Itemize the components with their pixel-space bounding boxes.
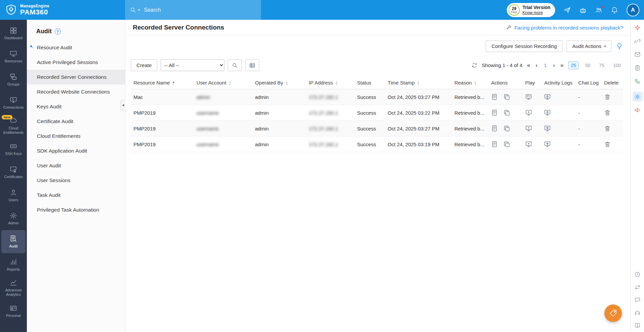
phone-icon[interactable]: [634, 78, 641, 85]
chat-icon[interactable]: [634, 297, 641, 303]
filter-dropdown[interactable]: -- All --: [161, 59, 224, 71]
session-shadow-play-icon[interactable]: [525, 94, 532, 100]
audit-actions-button[interactable]: Audit Actions: [567, 40, 611, 52]
notifications-bell-icon[interactable]: [611, 6, 618, 14]
page-size-25[interactable]: 25: [568, 61, 579, 69]
nav-item-advanced-analytics[interactable]: Advanced Analytics: [0, 276, 27, 299]
sidebar-item-cloud-entitlements[interactable]: Cloud Entitlements: [27, 129, 125, 144]
page-size-100[interactable]: 100: [611, 62, 623, 69]
play-session-icon[interactable]: [525, 109, 532, 116]
tasks-clipboard-icon[interactable]: [634, 65, 641, 71]
session-details-icon[interactable]: [491, 125, 498, 132]
table-row[interactable]: PMP2019 username admin 172.27.192.1 Succ…: [131, 105, 623, 121]
column-header-operated-by[interactable]: Operated By: [252, 76, 306, 89]
sort-icon[interactable]: [285, 81, 288, 86]
nav-item-resources[interactable]: Resources: [0, 45, 27, 68]
session-details-icon[interactable]: [491, 109, 498, 116]
settings-gear-icon[interactable]: [633, 92, 643, 102]
activity-logs-icon[interactable]: [544, 94, 551, 100]
avatar[interactable]: A: [627, 4, 639, 16]
lightbulb-icon[interactable]: [615, 42, 623, 50]
column-header-ip-address[interactable]: IP Address: [306, 76, 354, 89]
nav-item-cloud-entitlements[interactable]: New Cloud Entitlements: [0, 114, 27, 137]
sidebar-collapse-handle[interactable]: [120, 100, 125, 110]
current-page[interactable]: 1: [542, 62, 548, 68]
copy-session-icon[interactable]: [503, 109, 510, 116]
trial-know-more-link[interactable]: Know more: [523, 10, 550, 15]
play-session-icon[interactable]: [525, 141, 532, 148]
sidebar-item-keys-audit[interactable]: Keys Audit: [27, 99, 125, 114]
activity-logs-icon[interactable]: [544, 125, 551, 132]
help-book-icon[interactable]: [634, 322, 641, 329]
sort-icon[interactable]: [417, 81, 419, 86]
sidebar-item-active-privileged-sessions[interactable]: Active Privileged Sessions: [27, 55, 125, 70]
nav-item-connections[interactable]: Connections: [0, 91, 27, 114]
sidebar-item-sdk-application-audit[interactable]: SDK Application Audit: [27, 144, 125, 158]
copy-session-icon[interactable]: [503, 125, 510, 132]
nav-item-users[interactable]: Users: [0, 184, 27, 207]
nav-item-certificates[interactable]: Certificates: [0, 161, 27, 184]
column-header-user-account[interactable]: User Account: [194, 76, 252, 89]
delete-icon[interactable]: [604, 109, 611, 116]
nav-item-ssh-keys[interactable]: SSH SSH Keys: [0, 137, 27, 161]
copy-session-icon[interactable]: [503, 94, 510, 100]
brand-logo[interactable]: ManageEngine PAM360: [0, 4, 49, 16]
link-icon[interactable]: [634, 38, 641, 44]
help-icon[interactable]: [55, 29, 61, 35]
search-input[interactable]: [144, 7, 256, 13]
page-size-75[interactable]: 75: [597, 62, 607, 69]
column-header-time-stamp[interactable]: Time Stamp: [385, 76, 452, 89]
license-crown-icon[interactable]: [579, 6, 587, 14]
table-row[interactable]: PMP2019 username admin 172.27.192.1 Succ…: [131, 121, 623, 136]
next-page-button[interactable]: [552, 62, 556, 69]
nav-item-dashboard[interactable]: Dashboard: [0, 22, 27, 45]
nav-item-reports[interactable]: Reports: [0, 253, 27, 276]
play-session-icon[interactable]: [525, 125, 532, 132]
refresh-icon[interactable]: [471, 62, 478, 68]
previous-page-button[interactable]: [535, 62, 538, 69]
nav-item-personal[interactable]: Personal: [0, 299, 27, 323]
table-row[interactable]: PMP2019 username admin 172.27.192.1 Succ…: [131, 136, 623, 152]
smart-assist-spark-icon[interactable]: [634, 24, 641, 31]
nav-item-admin[interactable]: Admin: [0, 207, 27, 230]
nav-item-audit[interactable]: Audit: [1, 230, 25, 253]
delete-icon[interactable]: [604, 141, 611, 148]
table-row[interactable]: Mac admin admin 172.27.192.1 Success Oct…: [131, 89, 623, 105]
search-filter-button[interactable]: [228, 59, 242, 71]
sidebar-item-user-audit[interactable]: User Audit: [27, 158, 125, 173]
sort-icon[interactable]: [335, 81, 338, 86]
sort-icon[interactable]: [172, 81, 174, 86]
delete-icon[interactable]: [604, 125, 611, 132]
session-details-icon[interactable]: [491, 141, 498, 148]
sidebar-item-privileged-task-automation[interactable]: Privileged Task Automation: [27, 203, 125, 217]
active-users-icon[interactable]: [595, 6, 602, 14]
column-chooser-button[interactable]: [245, 59, 259, 71]
create-button[interactable]: Create: [131, 59, 157, 71]
sidebar-item-certificate-audit[interactable]: Certificate Audit: [27, 114, 125, 129]
mail-icon[interactable]: [634, 51, 641, 58]
activity-logs-icon[interactable]: [544, 109, 551, 116]
first-page-button[interactable]: [526, 62, 531, 69]
copy-session-icon[interactable]: [503, 141, 510, 148]
search-icon[interactable]: [130, 7, 136, 13]
column-header-reason[interactable]: Reason: [452, 76, 489, 89]
playback-help-link[interactable]: Facing problems in recorded sessions pla…: [505, 24, 623, 31]
sort-icon[interactable]: [229, 81, 231, 86]
last-page-button[interactable]: [559, 62, 564, 69]
support-headset-icon[interactable]: [634, 310, 641, 316]
trial-badge[interactable]: 29 Days Trial Version Know more: [507, 3, 555, 17]
sidebar-item-recorded-server-connections[interactable]: Recorded Server Connections: [27, 70, 125, 85]
sidebar-item-resource-audit[interactable]: Resource Audit: [27, 40, 125, 55]
nav-item-groups[interactable]: Groups: [0, 68, 27, 91]
sidebar-item-user-sessions[interactable]: User Sessions: [27, 173, 125, 188]
column-header-resource-name[interactable]: Resource Name: [131, 76, 194, 89]
whats-new-icon[interactable]: [564, 6, 571, 14]
sidebar-item-recorded-website-connections[interactable]: Recorded Website Connections: [27, 85, 125, 99]
sidebar-item-task-audit[interactable]: Task Audit: [27, 188, 125, 203]
announcement-icon[interactable]: [634, 107, 641, 113]
configure-session-recording-button[interactable]: Configure Session Recording: [486, 40, 562, 52]
page-size-50[interactable]: 50: [583, 62, 593, 69]
session-details-icon[interactable]: [491, 94, 498, 100]
sort-icon[interactable]: [474, 81, 476, 86]
history-clock-icon[interactable]: [634, 271, 641, 278]
